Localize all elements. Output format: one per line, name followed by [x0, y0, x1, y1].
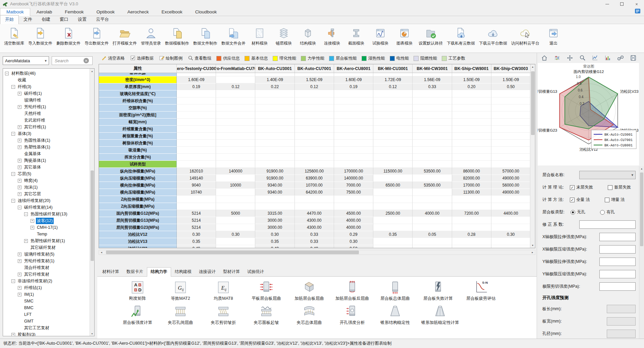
tree-node[interactable]: +其它纤维(1) — [4, 124, 89, 130]
value-cell[interactable] — [177, 140, 216, 147]
expand-icon[interactable]: + — [18, 125, 21, 129]
value-cell[interactable]: 1.60E-09 — [177, 76, 216, 83]
category-toggle[interactable]: 基本信息 — [243, 55, 270, 62]
ribbon-tool-button[interactable]: 下载私有云数据 — [445, 26, 477, 47]
column-header[interactable]: BK-Mil-CW3001 — [413, 64, 452, 73]
column-header[interactable]: BK-Aero-CU8001 — [334, 64, 373, 73]
value-cell[interactable] — [216, 161, 255, 168]
value-cell[interactable] — [334, 196, 373, 203]
tool-button[interactable]: 层合板失效计算 — [421, 280, 455, 301]
expand-icon[interactable]: + — [18, 273, 21, 276]
value-cell[interactable] — [216, 90, 255, 97]
value-cell[interactable] — [413, 175, 452, 182]
tree-node[interactable]: LFT — [4, 311, 89, 318]
tree-node[interactable]: +泡沫(1) — [4, 184, 89, 191]
collapse-icon[interactable]: − — [11, 85, 15, 89]
column-header[interactable]: Aero-FromMatlab-CU7001 — [216, 64, 255, 73]
value-cell[interactable] — [413, 189, 452, 196]
value-cell[interactable]: 140000.00 — [334, 175, 373, 182]
tool-button[interactable]: 层合板总体屈曲 — [378, 280, 412, 301]
tree-node[interactable]: SMC — [4, 298, 89, 304]
tool-button[interactable]: 夹芯面板起皱 — [250, 304, 283, 326]
value-cell[interactable]: 7200.00 — [452, 210, 491, 217]
value-cell[interactable] — [373, 154, 413, 161]
tool-button[interactable]: ABBD刚度矩阵 — [121, 280, 154, 301]
value-cell[interactable] — [255, 154, 294, 161]
collapse-icon[interactable]: − — [5, 72, 9, 75]
value-cell[interactable] — [295, 203, 334, 210]
value-cell[interactable] — [491, 73, 530, 76]
value-cell[interactable] — [491, 140, 530, 147]
value-cell[interactable] — [334, 112, 373, 119]
maximize-button[interactable] — [614, 0, 629, 8]
scroll-left-icon[interactable]: ◂ — [99, 251, 104, 254]
ribbon-tool-button[interactable]: 材料模块 — [248, 26, 272, 47]
value-cell[interactable]: 0.50 — [334, 245, 373, 248]
bottom-tab[interactable]: 结构建模 — [171, 267, 195, 276]
value-cell[interactable] — [491, 154, 530, 161]
ribbon-tool-button[interactable]: 截面模块 — [344, 26, 368, 47]
expand-icon[interactable]: + — [18, 145, 21, 149]
value-cell[interactable]: 0.30 — [334, 238, 373, 245]
value-cell[interactable] — [491, 238, 530, 245]
value-cell[interactable] — [452, 126, 491, 133]
value-cell[interactable] — [452, 97, 491, 105]
value-cell[interactable]: 0.35 — [255, 238, 294, 245]
ribbon-tool-button[interactable]: 数据文件合并 — [219, 26, 248, 47]
checkbox-icon[interactable] — [605, 198, 609, 202]
value-cell[interactable] — [216, 154, 255, 161]
tree-node[interactable]: +热塑性基体(1) — [4, 144, 89, 150]
value-cell[interactable]: 170000.00 — [334, 168, 373, 175]
expand-icon[interactable]: + — [18, 186, 21, 189]
property-cell[interactable]: 横向压缩模量(MPa) — [99, 189, 177, 196]
tree-node[interactable]: +陶瓷基体(1) — [4, 157, 89, 164]
value-cell[interactable] — [216, 126, 255, 133]
value-cell[interactable] — [413, 238, 452, 245]
value-cell[interactable]: 10700.00 — [295, 182, 334, 189]
value-cell[interactable]: 0.49 — [255, 245, 294, 248]
tool-button[interactable]: 锥形结构稳定性 — [378, 304, 412, 326]
scrollbar-thumb[interactable] — [91, 170, 94, 261]
column-header[interactable]: Aero-Testonly-CU3001 — [177, 64, 216, 73]
column-header[interactable]: BK-Mil-CU3001 — [373, 64, 413, 73]
value-cell[interactable] — [216, 196, 255, 203]
value-cell[interactable] — [413, 245, 452, 248]
value-cell[interactable] — [255, 196, 294, 203]
column-header[interactable]: BK-Auto-CU3001 — [255, 64, 294, 73]
value-cell[interactable] — [255, 147, 294, 154]
value-cell[interactable] — [334, 140, 373, 147]
value-cell[interactable] — [373, 147, 413, 154]
property-cell[interactable]: 试样类型 — [99, 161, 177, 168]
value-cell[interactable] — [295, 154, 334, 161]
value-cell[interactable]: 53500.00 — [413, 168, 452, 175]
value-cell[interactable]: 1.50E-09 — [452, 76, 491, 83]
tree-node[interactable]: +IM(1) — [4, 291, 89, 298]
property-cell[interactable]: 泊松比V13 — [99, 238, 177, 245]
expand-icon[interactable]: + — [18, 192, 21, 196]
value-cell[interactable]: 4300.00 — [295, 217, 334, 224]
value-cell[interactable] — [177, 147, 216, 154]
value-cell[interactable] — [295, 119, 334, 126]
value-cell[interactable] — [491, 105, 530, 112]
filter-button[interactable]: 选择数据 — [128, 54, 156, 63]
menu-item[interactable]: 开始 — [0, 15, 19, 24]
tree-scrollbar[interactable]: ▴ ▾ — [90, 69, 94, 336]
menu-item[interactable]: 文件 — [19, 15, 37, 24]
value-cell[interactable] — [295, 105, 334, 112]
value-cell[interactable] — [413, 112, 452, 119]
value-cell[interactable] — [373, 97, 413, 105]
column-header[interactable]: BK-Ship-CW3003 — [491, 64, 531, 73]
tool-button[interactable]: 加筋层合板屈曲 — [292, 280, 326, 301]
expand-icon[interactable]: + — [18, 165, 21, 169]
tree-node[interactable]: +碳纤维(1) — [4, 90, 89, 97]
value-cell[interactable]: 1.60E-09 — [334, 76, 373, 83]
scrollbar-thumb[interactable] — [531, 71, 535, 135]
property-cell[interactable]: 树脂体积含量(%) — [99, 140, 177, 147]
property-cell[interactable]: 空隙率(%) — [99, 105, 177, 112]
tool-button[interactable]: 平板层合板屈曲 — [250, 280, 283, 301]
value-cell[interactable] — [334, 147, 373, 154]
value-cell[interactable] — [491, 224, 530, 231]
scroll-up-icon[interactable]: ▴ — [90, 69, 95, 73]
value-cell[interactable]: 1.56E-09 — [413, 76, 452, 83]
expand-icon[interactable]: + — [18, 293, 21, 296]
